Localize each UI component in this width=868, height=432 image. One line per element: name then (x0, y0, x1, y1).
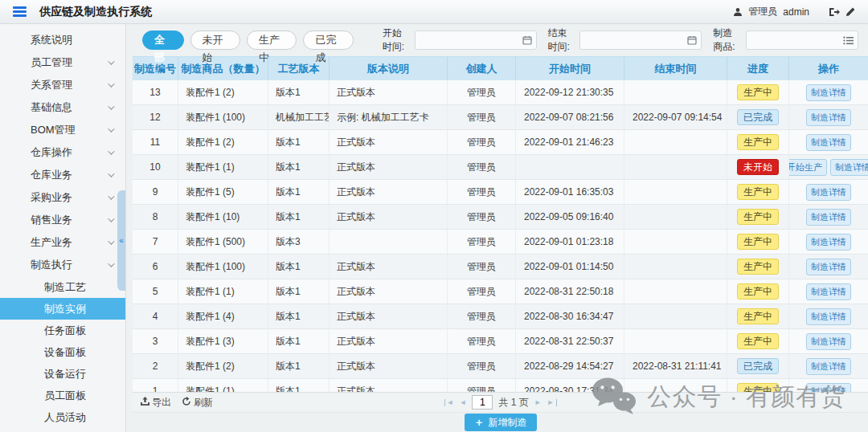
manufacture-detail-button[interactable]: 制造详情 (806, 333, 851, 350)
cell-version_desc: 正式版本 (330, 329, 448, 353)
filter-tab[interactable]: 已完成 (303, 31, 353, 50)
manufacture-detail-button[interactable]: 制造详情 (806, 308, 851, 325)
cell-creator: 管理员 (448, 130, 516, 154)
manufacture-detail-button[interactable]: 制造详情 (806, 209, 851, 226)
cell-start_time: 2022-08-31 22:50:37 (516, 329, 624, 353)
last-page-button[interactable]: ► (547, 399, 557, 406)
sidebar-item[interactable]: BOM管理 (0, 119, 125, 141)
sidebar-item-label: 制造执行 (31, 258, 72, 272)
product-input[interactable] (747, 31, 843, 49)
end-time-input-wrap (579, 31, 702, 50)
edit-icon[interactable] (845, 7, 855, 17)
sidebar-subitem[interactable]: 设备运行 (0, 363, 125, 385)
manufacture-detail-button[interactable]: 制造详情 (806, 358, 851, 375)
cell-actions: 制造详情 (789, 80, 868, 104)
page-total-label: 共 1 页 (498, 396, 528, 410)
manufacture-detail-button[interactable]: 制造详情 (806, 383, 851, 393)
sidebar-subitem[interactable]: 员工面板 (0, 385, 125, 406)
cell-status: 生产中 (727, 255, 789, 279)
cell-status: 生产中 (727, 379, 789, 392)
column-header-version_desc[interactable]: 版本说明 (330, 57, 448, 80)
product-label: 制造商品: (713, 26, 741, 54)
cell-end_time (624, 130, 727, 154)
manufacture-detail-button[interactable]: 制造详情 (806, 109, 851, 126)
manufacture-detail-button[interactable]: 制造详情 (830, 159, 868, 176)
column-header-product[interactable]: 制造商品（数量） (178, 57, 268, 80)
filter-tab[interactable]: 全部 (142, 31, 184, 50)
sidebar-item[interactable]: 采购业务 (0, 186, 125, 209)
filter-tab[interactable]: 生产中 (247, 31, 297, 50)
user-role: 管理员 (748, 5, 777, 18)
column-header-status[interactable]: 进度 (727, 57, 789, 80)
table-row: 1装配件1 (1)版本1正式版本管理员2022-08-30 17:31:34生产… (133, 379, 868, 392)
sidebar-item[interactable]: 系统说明 (0, 29, 125, 51)
sidebar-item[interactable]: 生产业务 (0, 231, 125, 254)
sidebar-collapse-handle[interactable]: « (117, 190, 125, 291)
next-page-button[interactable]: ► (534, 399, 542, 406)
cell-code: 11 (133, 130, 178, 154)
manufacture-detail-button[interactable]: 制造详情 (806, 184, 851, 201)
cell-version: 版本1 (268, 354, 330, 378)
product-input-wrap (746, 31, 858, 50)
cell-end_time (624, 80, 727, 104)
sidebar-item[interactable]: 仓库业务 (0, 164, 125, 186)
cell-end_time: 2022-08-31 21:11:41 (624, 354, 727, 378)
first-page-button[interactable]: ◄ (444, 399, 453, 406)
column-header-code[interactable]: 制造编号 (133, 57, 178, 80)
menu-icon[interactable] (13, 6, 27, 17)
manufacture-detail-button[interactable]: 制造详情 (806, 234, 851, 251)
column-header-start_time[interactable]: 开始时间 (516, 57, 624, 80)
column-header-creator[interactable]: 创建人 (448, 57, 516, 80)
table-row: 8装配件1 (10)版本1正式版本管理员2022-09-05 09:16:40生… (133, 205, 868, 230)
status-badge: 生产中 (737, 209, 779, 225)
sidebar-item[interactable]: 制造执行 (0, 254, 125, 276)
manufacture-detail-button[interactable]: 制造详情 (806, 84, 851, 101)
cell-end_time (624, 379, 727, 392)
refresh-button[interactable]: 刷新 (182, 396, 213, 410)
cell-status: 生产中 (727, 205, 789, 229)
page-input[interactable] (472, 395, 493, 410)
table-row: 2装配件1 (2)版本1正式版本管理员2022-08-29 14:54:2720… (133, 354, 868, 379)
start-time-label: 开始时间: (383, 26, 410, 54)
cell-product: 装配件1 (1) (178, 279, 268, 304)
prev-page-button[interactable]: ◄ (459, 399, 466, 406)
filter-tab[interactable]: 未开始 (190, 31, 240, 50)
cell-product: 装配件1 (100) (178, 105, 268, 129)
sidebar-subitem[interactable]: 制造工艺 (0, 276, 125, 298)
logout-icon[interactable] (829, 7, 840, 17)
column-header-version[interactable]: 工艺版本 (268, 57, 330, 80)
sidebar-item[interactable]: 仓库操作 (0, 141, 125, 164)
sidebar-item-label: 采购业务 (31, 190, 72, 205)
export-button[interactable]: 导出 (141, 396, 171, 410)
calendar-icon[interactable] (687, 35, 697, 45)
list-icon[interactable] (843, 36, 854, 45)
start-time-input[interactable] (416, 31, 522, 49)
top-header: 供应链及制造执行系统 管理员 admin (0, 0, 868, 24)
manufacture-detail-button[interactable]: 制造详情 (806, 283, 851, 300)
manufacture-detail-button[interactable]: 制造详情 (806, 134, 851, 151)
start-production-button[interactable]: 开始生产 (789, 159, 827, 176)
sidebar-item[interactable]: 销售业务 (0, 209, 125, 231)
cell-status: 未开始 (727, 155, 789, 179)
column-header-end_time[interactable]: 结束时间 (624, 57, 727, 80)
end-time-input[interactable] (580, 31, 687, 49)
sidebar-item[interactable]: 员工管理 (0, 51, 125, 74)
sidebar-subitem[interactable]: 人员活动 (0, 406, 125, 428)
sidebar-item[interactable]: 基础信息 (0, 96, 125, 119)
manufacture-detail-button[interactable]: 制造详情 (806, 259, 851, 275)
cell-version_desc: 正式版本 (330, 180, 448, 204)
sidebar-subitem[interactable]: 制造实例 (0, 298, 125, 320)
cell-version: 版本1 (268, 80, 330, 104)
sidebar-item[interactable]: 关系管理 (0, 74, 125, 96)
app-title: 供应链及制造执行系统 (39, 5, 152, 19)
add-manufacture-button[interactable]: ＋ 新增制造 (465, 414, 537, 431)
main-content: 全部未开始生产中已完成 开始时间: 结束时间: 制造商品: (133, 24, 868, 432)
sidebar-subitem[interactable]: 任务面板 (0, 320, 125, 341)
cell-code: 8 (133, 205, 178, 229)
calendar-icon[interactable] (522, 35, 532, 45)
cell-status: 生产中 (727, 279, 789, 304)
cell-code: 1 (133, 379, 178, 392)
cell-actions: 制造详情 (789, 279, 868, 304)
sidebar-subitem[interactable]: 设备面板 (0, 341, 125, 363)
column-header-actions[interactable]: 操作 (789, 57, 868, 80)
